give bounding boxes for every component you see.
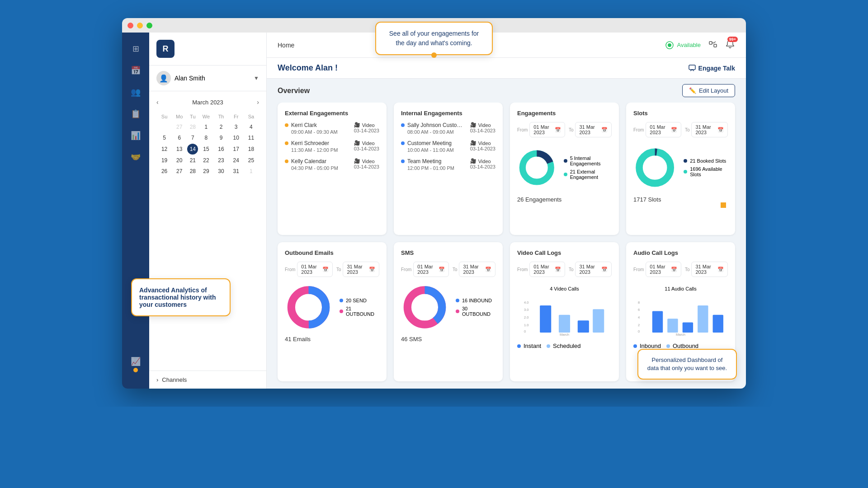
calendar-day[interactable]: 8 [199,133,213,143]
slots-from-date-input[interactable]: 01 Mar 2023 📅 [646,122,681,137]
calendar-day[interactable]: 26 [157,166,171,176]
slots-donut-chart [633,143,676,192]
calendar-day[interactable]: 10 [229,133,243,143]
calendar-day[interactable]: 12 [157,144,171,155]
sidebar-item-analytics[interactable]: 📈 [127,352,145,371]
audio-from-date-input[interactable]: 01 Mar 2023 📅 [646,262,681,277]
external-engagement-list: Kerri Clark 09:00 AM - 09:30 AM 🎥 Video … [285,122,379,171]
video-from-date-input[interactable]: 01 Mar 2023 📅 [529,262,565,277]
sidebar-item-users[interactable]: 👥 [127,83,145,101]
legend-dot-booked [684,159,687,163]
calendar-icon: 📅 [671,127,677,133]
video-to-date: 31 Mar 2023 [579,264,599,275]
channels-header[interactable]: › Channels [156,376,259,383]
user-name: Alan Smith [175,75,250,82]
sidebar-item-team[interactable]: 🤝 [127,148,145,166]
legend-dot-inbound [456,299,459,302]
sidebar-item-reports[interactable]: 📊 [127,127,145,145]
calendar-day[interactable]: 14 [187,144,198,155]
welcome-bar: Welcome Alan ! Engage Talk [267,58,746,79]
calendar-next-button[interactable]: › [257,99,259,106]
calendar-day[interactable]: 29 [199,166,213,176]
calendar-day[interactable]: 25 [244,155,258,165]
to-date-input[interactable]: 31 Mar 2023 📅 [575,122,612,137]
from-label: From [633,127,644,132]
calendar-day[interactable]: 24 [229,155,243,165]
legend-item-inbound-audio: Inbound [633,343,661,349]
legend-item-scheduled: Scheduled [547,343,580,349]
emails-from-date-input[interactable]: 01 Mar 2023 📅 [297,262,333,277]
list-item: Customer Meeting 10:00 AM - 11:00 AM 🎥 V… [401,140,495,153]
calendar-day[interactable]: 27 [172,166,186,176]
analytics-tooltip-text: Advanced Analytics of transactional hist… [139,286,216,308]
from-date-input[interactable]: 01 Mar 2023 📅 [529,122,565,137]
calendar-day[interactable]: 2 [214,122,228,132]
sms-from-date-input[interactable]: 01 Mar 2023 📅 [413,262,449,277]
calendar-day[interactable]: 18 [244,144,258,155]
audio-to-date-input[interactable]: 31 Mar 2023 📅 [691,262,728,277]
emails-to-date-input[interactable]: 31 Mar 2023 📅 [343,262,379,277]
calendar-day[interactable]: 28 [187,122,198,132]
calendar-day[interactable]: 11 [244,133,258,143]
calendar-day[interactable]: 15 [199,144,213,155]
from-label: From [517,267,528,272]
calendar-day[interactable]: 27 [172,122,186,132]
edit-layout-button[interactable]: ✏️ Edit Layout [682,84,735,97]
video-to-date-input[interactable]: 31 Mar 2023 📅 [575,262,612,277]
from-label: From [401,267,411,272]
legend-label-scheduled: Scheduled [553,343,580,349]
channels-label: Channels [162,376,187,383]
engagement-name: Kelly Calendar [285,158,338,164]
calendar-day[interactable]: 22 [199,155,213,165]
channels-section[interactable]: › Channels [149,371,266,389]
calendar-day[interactable] [157,122,171,132]
sidebar-item-grid[interactable]: ⊞ [127,40,145,58]
maximize-button[interactable] [146,23,152,28]
calendar-day[interactable]: 13 [172,144,186,155]
calendar-day[interactable]: 23 [214,155,228,165]
calendar-day[interactable]: 30 [214,166,228,176]
calendar-day[interactable]: 19 [157,155,171,165]
calendar-day[interactable]: 3 [229,122,243,132]
sidebar-item-calendar[interactable]: 📅 [127,61,145,80]
to-label: To [336,267,341,272]
calendar-day[interactable]: 6 [172,133,186,143]
svg-text:4: 4 [638,315,640,319]
slots-legend: 21 Booked Slots 1696 Available Slots [684,158,728,177]
route-icon[interactable] [708,39,718,51]
to-label: To [569,267,574,272]
calendar-month-label: March 2023 [192,99,223,106]
cal-header-mo: Mo [172,112,186,121]
calendar-day[interactable]: 5 [157,133,171,143]
svg-text:0: 0 [524,329,526,333]
sms-to-date-input[interactable]: 31 Mar 2023 📅 [459,262,495,277]
calendar-day[interactable]: 1 [244,166,258,176]
calendar-day[interactable]: 17 [229,144,243,155]
engagement-type: 🎥 Video [354,158,379,164]
notification-bell[interactable]: 99+ [725,39,735,51]
slots-to-date-input[interactable]: 31 Mar 2023 📅 [691,122,728,137]
calendar-day[interactable]: 20 [172,155,186,165]
calendar-day[interactable]: 7 [187,133,198,143]
calendar-day[interactable]: 1 [199,122,213,132]
emails-count: 41 Emails [285,336,379,343]
calendar-day[interactable]: 28 [187,166,198,176]
calendar-day[interactable]: 16 [214,144,228,155]
engage-talk-button[interactable]: Engage Talk [689,65,735,72]
calendar-icon: 📅 [555,267,561,272]
calendar-icon: 📅 [717,127,724,133]
video-calls-label: 4 Video Calls [517,286,612,291]
svg-rect-29 [667,319,678,333]
calendar-day[interactable]: 21 [187,155,198,165]
calendar-day[interactable]: 4 [244,122,258,132]
close-button[interactable] [127,23,133,28]
sidebar-item-tasks[interactable]: 📋 [127,105,145,123]
user-selector[interactable]: 👤 Alan Smith ▼ [149,66,266,91]
engagement-name: Team Meeting [401,158,454,164]
engagement-time: 11:30 AM - 12:00 PM [285,147,338,153]
video-icon: 🎥 [354,122,360,128]
calendar-prev-button[interactable]: ‹ [156,99,159,106]
minimize-button[interactable] [137,23,143,28]
calendar-day[interactable]: 9 [214,133,228,143]
calendar-day[interactable]: 31 [229,166,243,176]
